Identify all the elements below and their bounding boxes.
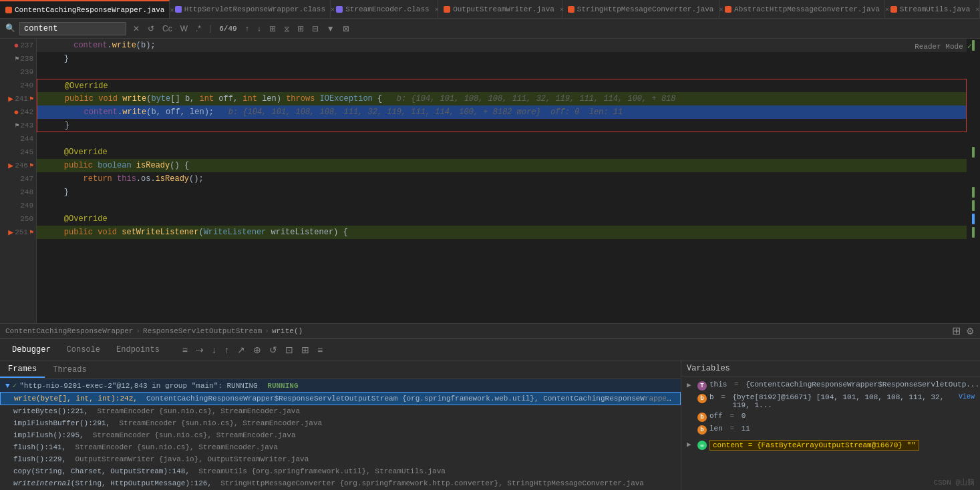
frame-item-3[interactable]: implFlush():295, StreamEncoder {sun.nio.… <box>0 429 681 441</box>
settings-btn[interactable]: ⚙ <box>966 326 975 336</box>
breadcrumb-item-1[interactable]: ContentCachingResponseWrapper <box>5 327 133 335</box>
reader-mode-check-icon: ✓ <box>967 41 972 51</box>
var-b[interactable]: b b = {byte[8192]@16671} [104, 101, 108,… <box>681 392 980 411</box>
toolbar-step-out-btn[interactable]: ↑ <box>222 343 232 356</box>
toolbar-step-over-btn[interactable]: ⇢ <box>193 343 206 356</box>
line-num-245: 245 <box>0 146 36 159</box>
margin-245 <box>967 146 980 159</box>
margin-239 <box>967 65 980 79</box>
tab-label: ContentCachingResponseWrapper.java <box>15 6 164 14</box>
search-match-case-btn[interactable]: Cc <box>160 23 175 35</box>
frame-item-4[interactable]: flush():141, StreamEncoder {sun.nio.cs},… <box>0 441 681 453</box>
tab-console[interactable]: Console <box>60 342 107 357</box>
code-row-242: content.write(b, off, len); b: {104, 101… <box>37 105 967 119</box>
search-up-btn[interactable]: ↑ <box>242 23 252 35</box>
margin-247 <box>967 172 980 186</box>
frame-item-6[interactable]: copy(String, Charset, OutputStream):148,… <box>0 465 681 477</box>
search-extra-btn[interactable]: ⊟ <box>309 23 321 35</box>
thread-header[interactable]: ▼ ✓ "http-nio-9201-exec-2"@12,843 in gro… <box>0 379 681 392</box>
frames-panel: Frames Threads ▼ ✓ "http-nio-9201-exec-2… <box>0 360 681 490</box>
line-num-238: ⚑ 238 <box>0 52 36 65</box>
frame-item-2[interactable]: implFlushBuffer():291, StreamEncoder {su… <box>0 417 681 429</box>
frame-class-0: ContentCachingResponseWrapper$ResponseSe… <box>146 395 645 403</box>
frame-item-5[interactable]: flush():229, OutputStreamWriter {java.io… <box>0 453 681 465</box>
panel-tabs: Debugger Console Endpoints ≡ ⇢ ↓ ↑ ↗ ⊕ ↺… <box>0 339 980 360</box>
toolbar-stop-btn[interactable]: ⊡ <box>283 343 296 356</box>
tab-abstract-http[interactable]: AbstractHttpMessageConverter.java ✕ <box>719 0 885 19</box>
search-next-btn[interactable]: ⊞ <box>295 23 307 35</box>
subtab-threads[interactable]: Threads <box>45 362 94 377</box>
var-icon-this: T <box>697 381 707 391</box>
layout-btn[interactable]: ⊞ <box>952 324 961 337</box>
frame-item-1[interactable]: writeBytes():221, StreamEncoder {sun.nio… <box>0 405 681 417</box>
frame-method-7: writeInternal <box>13 479 71 487</box>
var-eq-len: = <box>725 425 739 433</box>
breakpoint-246: ▶ <box>8 160 13 171</box>
breadcrumb-item-3[interactable]: write() <box>272 327 303 335</box>
var-this[interactable]: ▶ T this = {ContentCachingResponseWrappe… <box>681 379 980 392</box>
var-name-this: this <box>709 381 727 389</box>
debug-hint-241: b: {104, 101, 108, 108, 111, 32, 119, 11… <box>397 94 676 103</box>
java-icon-5 <box>890 6 897 13</box>
code-row-239 <box>37 65 967 79</box>
debug-hint-242: b: {104, 101, 108, 108, 111, 32, 119, 11… <box>228 107 623 117</box>
var-expand-off <box>687 412 695 420</box>
search-down-btn[interactable]: ↓ <box>255 23 264 35</box>
line-num-240: 240 <box>0 79 36 92</box>
search-regex-btn[interactable]: .* <box>193 23 204 35</box>
line-num-249: 249 <box>0 199 36 212</box>
var-expand-content[interactable]: ▶ <box>687 440 695 449</box>
toolbar-run-cursor-btn[interactable]: ↗ <box>234 343 248 356</box>
toolbar-eval-btn[interactable]: ⊕ <box>251 343 264 356</box>
search-input[interactable] <box>19 22 126 35</box>
search-separator: | <box>208 24 212 33</box>
line-num-241: ▶ 241 ⚑ <box>0 92 36 105</box>
tab-stream-encoder[interactable]: StreamEncoder.class ✕ <box>331 0 438 19</box>
search-options-btn[interactable]: ▼ <box>324 23 337 35</box>
tab-label-5: StringHttpMessageConverter.java <box>577 5 714 13</box>
search-prev-btn[interactable]: ↺ <box>145 23 157 35</box>
tab-close-7[interactable]: ✕ <box>975 5 979 13</box>
frame-method-4: flush():141, <box>13 443 66 451</box>
code-area[interactable]: content.write(b); } @Override public voi… <box>37 39 967 323</box>
toolbar-table-btn[interactable]: ⊞ <box>299 343 312 356</box>
breadcrumb-item-2[interactable]: ResponseServletOutputStream <box>143 327 262 335</box>
frames-list[interactable]: ▼ ✓ "http-nio-9201-exec-2"@12,843 in gro… <box>0 379 681 490</box>
var-len[interactable]: b len = 11 <box>681 423 980 436</box>
tab-debugger[interactable]: Debugger <box>5 342 57 357</box>
var-content[interactable]: ▶ ∞ content = {FastByteArrayOutputStream… <box>681 439 980 452</box>
class-icon <box>175 6 182 13</box>
toolbar-extra-btn[interactable]: ≡ <box>315 343 325 356</box>
tab-content-caching[interactable]: ContentCachingResponseWrapper.java ✕ <box>0 0 170 19</box>
tab-output-stream-writer[interactable]: OutputStreamWriter.java ✕ <box>438 0 562 19</box>
var-eq-off: = <box>725 412 739 420</box>
frame-item-7[interactable]: writeInternal(String, HttpOutputMessage)… <box>0 477 681 489</box>
tab-endpoints[interactable]: Endpoints <box>110 342 166 357</box>
margin-244 <box>967 132 980 146</box>
search-filter-btn[interactable]: ⧖ <box>281 23 292 35</box>
code-row-241: public void write(byte[] b, int off, int… <box>37 92 967 105</box>
var-icon-b: b <box>697 394 707 403</box>
var-val-this: {ContentCachingResponseWrapper$ResponseS… <box>746 381 979 389</box>
search-close-btn[interactable]: ✕ <box>130 23 142 35</box>
tab-stream-utils[interactable]: StreamUtils.java ✕ <box>885 0 980 19</box>
toolbar-step-into-btn[interactable]: ↓ <box>209 343 219 356</box>
code-row-245: @Override <box>37 146 967 159</box>
code-row-247: return this.os.isReady(); <box>37 172 967 186</box>
tab-string-http[interactable]: StringHttpMessageConverter.java ✕ <box>562 0 719 19</box>
thread-label: "http-nio-9201-exec-2"@12,843 in group "… <box>19 382 257 390</box>
search-controls: ✕ ↺ Cc W .* | 6/49 ↑ ↓ ⊞ ⧖ ⊞ ⊟ ▼ ⊠ <box>130 23 352 35</box>
frame-item-0[interactable]: write(byte[], int, int):242, ContentCach… <box>0 392 681 405</box>
var-view-link[interactable]: View <box>959 393 975 401</box>
var-off[interactable]: b off = 0 <box>681 411 980 423</box>
toolbar-restart-btn[interactable]: ↺ <box>267 343 280 356</box>
tab-label-7: StreamUtils.java <box>900 5 971 13</box>
tab-http-servlet[interactable]: HttpServletResponseWrapper.class ✕ <box>170 0 331 19</box>
subtab-frames[interactable]: Frames <box>0 362 45 378</box>
var-expand-this[interactable]: ▶ <box>687 381 695 389</box>
toolbar-menu-btn[interactable]: ≡ <box>180 343 190 356</box>
search-filter2-btn[interactable]: ⊠ <box>340 23 352 35</box>
search-copy-btn[interactable]: ⊞ <box>267 23 279 35</box>
var-val-off: 0 <box>742 412 746 420</box>
search-word-btn[interactable]: W <box>178 23 190 35</box>
